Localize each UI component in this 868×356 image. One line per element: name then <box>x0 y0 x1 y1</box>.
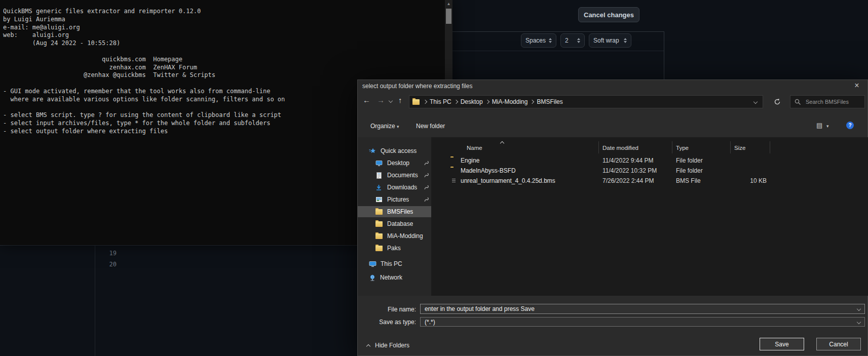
column-header-name[interactable]: Name <box>467 145 482 151</box>
column-separator[interactable] <box>730 141 731 153</box>
sidebar-item-pictures[interactable]: Pictures <box>358 194 431 205</box>
column-header-size[interactable]: Size <box>734 145 745 151</box>
downloads-icon <box>375 184 382 191</box>
save-button[interactable]: Save <box>760 338 804 350</box>
search-icon <box>795 99 801 105</box>
address-bar[interactable]: This PC Desktop MiA-Modding BMSFiles <box>409 95 763 108</box>
editor-panel-right-border <box>664 31 664 80</box>
file-name-label: File name: <box>373 306 416 313</box>
indent-size-select[interactable]: 2 <box>560 33 585 48</box>
save-as-type-dropdown-icon[interactable] <box>857 320 861 324</box>
organize-button[interactable]: Organize ▾ <box>370 123 399 130</box>
column-header-type[interactable]: Type <box>676 145 689 151</box>
file-type: File folder <box>676 167 703 174</box>
organize-dropdown-icon: ▾ <box>397 124 399 129</box>
column-separator[interactable] <box>598 141 599 153</box>
view-mode-icon[interactable]: ▤ <box>816 122 822 129</box>
save-dialog: select output folder where extracting fi… <box>357 80 868 356</box>
file-type: BMS File <box>676 177 701 184</box>
hide-folders-chevron-icon[interactable] <box>366 344 370 348</box>
column-header-date[interactable]: Date modified <box>602 145 638 151</box>
terminal-line <box>3 48 452 56</box>
back-arrow-icon[interactable]: ← <box>363 96 370 104</box>
folder-icon <box>375 209 383 215</box>
file-name-dropdown-icon[interactable] <box>857 307 861 311</box>
sidebar-item-desktop[interactable]: Desktop <box>358 157 431 169</box>
file-date: 11/4/2022 10:32 PM <box>602 167 657 174</box>
sidebar-item-network[interactable]: Network <box>358 272 431 283</box>
select-updown-icon <box>577 38 580 43</box>
recent-locations-chevron-icon[interactable] <box>389 99 393 103</box>
file-name: unreal_tournament_4_0.4.25d.bms <box>461 177 555 184</box>
sidebar-label: Quick access <box>381 147 417 154</box>
scrollbar-up-arrow-icon[interactable]: ▲ <box>445 2 452 6</box>
column-separator[interactable] <box>770 141 770 153</box>
pin-icon <box>424 161 429 166</box>
terminal-line: by Luigi Auriemma <box>3 16 452 24</box>
forward-arrow-icon[interactable]: → <box>377 96 385 104</box>
terminal-line: QuickBMS generic files extractor and rei… <box>3 8 452 16</box>
sidebar-item-mia-modding[interactable]: MiA-Modding <box>358 230 431 242</box>
sidebar-label: Downloads <box>387 184 417 191</box>
indent-size-value: 2 <box>565 37 569 44</box>
editor-line-number: 20 <box>105 261 117 268</box>
terminal-line: (Aug 24 2022 - 10:55:28) <box>3 39 452 48</box>
sidebar-item-paks[interactable]: Paks <box>358 243 431 254</box>
close-icon[interactable]: × <box>850 81 863 91</box>
sidebar-label: MiA-Modding <box>387 232 423 240</box>
file-row-madeinabyss-bsfd[interactable]: MadeInAbyss-BSFD 11/4/2022 10:32 PM File… <box>431 166 867 176</box>
search-box[interactable]: Search BMSFiles <box>790 95 865 108</box>
sidebar-item-quick-access[interactable]: Quick access <box>358 145 431 156</box>
help-button[interactable]: ? <box>846 122 854 129</box>
sidebar-item-downloads[interactable]: Downloads <box>358 182 431 193</box>
cancel-changes-button[interactable]: Cancel changes <box>578 7 639 22</box>
sidebar-item-bmsfiles[interactable]: BMSFiles <box>358 206 431 217</box>
editor-line-number: 19 <box>105 250 117 257</box>
file-name-value: enter in the output folder and press Sav… <box>425 305 535 312</box>
file-list-pane: Name Date modified Type Size Engine 11/4… <box>431 137 868 296</box>
view-mode-dropdown-icon[interactable]: ▾ <box>826 124 829 129</box>
terminal-line: @zenhax @quickbms Twitter & Scripts <box>3 71 452 80</box>
address-dropdown-chevron-icon[interactable] <box>753 100 758 104</box>
sidebar-label: Documents <box>387 172 418 179</box>
file-row-engine[interactable]: Engine 11/4/2022 9:44 PM File folder <box>431 155 867 166</box>
save-as-type-label: Save as type: <box>373 319 416 326</box>
folder-icon <box>375 246 383 251</box>
cancel-button[interactable]: Cancel <box>816 338 861 350</box>
indent-mode-value: Spaces <box>525 37 546 44</box>
refresh-icon[interactable] <box>773 98 781 106</box>
column-separator[interactable] <box>672 141 672 153</box>
desktop-icon <box>375 160 383 167</box>
hide-folders-button[interactable]: Hide Folders <box>375 342 409 349</box>
file-row-unreal-tournament-bms[interactable]: unreal_tournament_4_0.4.25d.bms 7/26/202… <box>431 176 867 186</box>
terminal-line: e-mail: me@aluigi.org <box>3 24 452 32</box>
clipped-code-line: \ MadeInAbyss-BSFD MadeInAbyss <box>560 76 692 80</box>
documents-icon <box>376 172 382 179</box>
breadcrumb-desktop[interactable]: Desktop <box>458 98 486 105</box>
sidebar-item-database[interactable]: Database <box>358 218 431 229</box>
new-folder-button[interactable]: New folder <box>416 123 445 130</box>
sidebar-label: Network <box>380 274 402 281</box>
up-arrow-icon[interactable]: ↑ <box>398 96 402 104</box>
sidebar-item-documents[interactable]: Documents <box>358 170 431 181</box>
file-date: 11/4/2022 9:44 PM <box>602 157 654 164</box>
indent-mode-select[interactable]: Spaces <box>521 33 556 48</box>
wrap-mode-select[interactable]: Soft wrap <box>589 33 631 48</box>
pin-icon <box>424 197 429 202</box>
this-pc-icon <box>369 261 376 267</box>
save-as-type-select[interactable]: (*.*) <box>420 317 865 327</box>
scrollbar-thumb[interactable] <box>446 9 451 24</box>
sidebar-item-this-pc[interactable]: This PC <box>358 258 431 269</box>
terminal-line: quickbms.com Homepage <box>3 56 452 64</box>
terminal-line: zenhax.com ZenHAX Forum <box>3 64 452 72</box>
sidebar-label: Desktop <box>387 160 409 167</box>
breadcrumb-this-pc[interactable]: This PC <box>427 98 455 105</box>
terminal-line: web: aluigi.org <box>3 31 452 39</box>
navigation-pane: Quick access Desktop Documents Do <box>358 137 431 296</box>
sidebar-label: Paks <box>387 245 401 252</box>
file-name-input[interactable]: enter in the output folder and press Sav… <box>420 304 865 314</box>
breadcrumb-mia-modding[interactable]: MiA-Modding <box>489 98 531 105</box>
breadcrumb-bmsfiles[interactable]: BMSFiles <box>534 98 565 105</box>
folder-icon <box>375 221 383 227</box>
wrap-mode-value: Soft wrap <box>593 37 619 44</box>
